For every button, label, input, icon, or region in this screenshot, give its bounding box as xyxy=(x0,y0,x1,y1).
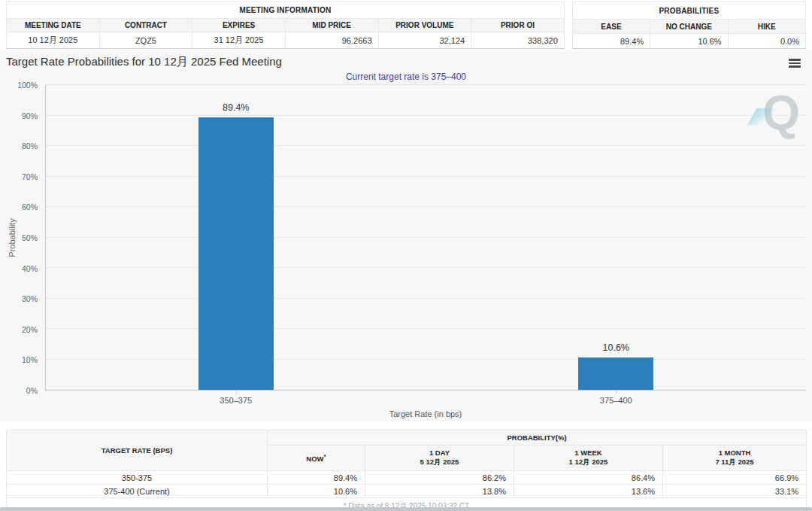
meeting-date-value: 10 12月 2025 xyxy=(7,32,100,49)
probability-history-table: TARGET RATE (BPS) PROBABILITY(%) NOW* 1 … xyxy=(6,430,807,511)
meeting-information-table: MEETING INFORMATION MEETING DATE CONTRAC… xyxy=(6,2,565,49)
y-tick-label: 40% xyxy=(22,264,38,273)
day-value: 86.2% xyxy=(365,471,514,485)
gridline xyxy=(46,328,806,329)
week-value: 86.4% xyxy=(514,471,663,485)
now-asterisk: * xyxy=(324,453,326,460)
bar-375-400[interactable] xyxy=(578,357,653,390)
gridline xyxy=(46,298,806,299)
prior-volume-value: 32,124 xyxy=(378,32,471,49)
x-tick-mark xyxy=(616,390,617,394)
table-row-350-375: 350-375 89.4% 86.2% 86.4% 66.9% xyxy=(7,471,807,485)
y-tick-label: 90% xyxy=(22,111,38,120)
hamburger-menu-icon[interactable] xyxy=(789,59,801,69)
col-prior-volume: PRIOR VOLUME xyxy=(378,19,471,32)
col-target-rate-bps: TARGET RATE (BPS) xyxy=(7,430,268,471)
month-value: 33.1% xyxy=(663,485,807,498)
gridline xyxy=(46,176,806,177)
col-probability-group: PROBABILITY(%) xyxy=(268,430,807,446)
col-1-week: 1 WEEK 1 12月 2025 xyxy=(514,446,663,471)
x-tick-mark xyxy=(236,390,237,394)
meeting-information-title: MEETING INFORMATION xyxy=(7,2,565,19)
col-mid-price: MID PRICE xyxy=(285,19,378,32)
gridline xyxy=(46,359,806,360)
bar-350-375[interactable] xyxy=(198,117,274,390)
table-row-375-400: 375-400 (Current) 10.6% 13.8% 13.6% 33.1… xyxy=(7,485,807,498)
bar-value-label: 10.6% xyxy=(603,342,629,353)
col-contract: CONTRACT xyxy=(99,19,192,32)
no-change-value: 10.6% xyxy=(650,34,728,49)
top-info-section: MEETING INFORMATION MEETING DATE CONTRAC… xyxy=(0,0,812,49)
x-category-label: 350–375 xyxy=(220,396,252,405)
rate-label: 350-375 xyxy=(7,471,268,485)
gridline xyxy=(46,206,806,207)
hike-value: 0.0% xyxy=(728,34,805,49)
x-category-label: 375–400 xyxy=(600,396,632,405)
ease-value: 89.4% xyxy=(572,34,650,49)
col-hike: HIKE xyxy=(728,20,805,34)
col-expires: EXPIRES xyxy=(192,19,286,32)
probabilities-summary-table: PROBABILITIES EASE NO CHANGE HIKE 89.4% … xyxy=(572,2,806,49)
plot-area: 89.4%350–37510.6%375–400 xyxy=(45,85,806,391)
y-tick-label: 70% xyxy=(22,172,38,181)
bar-value-label: 89.4% xyxy=(223,102,249,113)
month-value: 66.9% xyxy=(663,471,807,485)
bottom-scroll-bar[interactable] xyxy=(0,507,812,511)
y-axis-labels: 0%10%20%30%40%50%60%70%80%90%100% xyxy=(0,85,42,391)
gridline xyxy=(46,84,806,85)
week-value: 13.6% xyxy=(514,485,663,498)
contract-value: ZQZ5 xyxy=(99,32,192,49)
y-tick-label: 80% xyxy=(22,141,38,151)
now-value: 89.4% xyxy=(268,471,365,485)
col-now: NOW* xyxy=(268,446,365,471)
y-tick-label: 10% xyxy=(22,355,38,364)
col-no-change: NO CHANGE xyxy=(650,20,728,34)
gridline xyxy=(46,237,806,238)
x-axis-title: Target Rate (in bps) xyxy=(45,409,806,418)
y-tick-label: 100% xyxy=(17,81,38,90)
col-1-day: 1 DAY 5 12月 2025 xyxy=(365,446,514,471)
day-value: 13.8% xyxy=(365,485,514,498)
now-value: 10.6% xyxy=(268,485,365,498)
prior-oi-value: 338,320 xyxy=(471,32,565,49)
chart-title: Target Rate Probabilities for 10 12月 202… xyxy=(6,55,282,69)
chart-subtitle: Current target rate is 375–400 xyxy=(0,71,812,82)
probability-history-section: TARGET RATE (BPS) PROBABILITY(%) NOW* 1 … xyxy=(6,430,806,511)
col-meeting-date: MEETING DATE xyxy=(7,19,100,32)
gridline xyxy=(46,145,806,146)
gridline xyxy=(46,115,806,116)
rate-label: 375-400 (Current) xyxy=(7,485,268,498)
target-rate-chart: Target Rate Probabilities for 10 12月 202… xyxy=(0,50,812,421)
y-tick-label: 50% xyxy=(22,233,38,242)
y-tick-label: 0% xyxy=(26,386,38,395)
gridline xyxy=(46,267,806,268)
col-ease: EASE xyxy=(572,20,650,34)
y-tick-label: 20% xyxy=(22,325,38,334)
expires-value: 31 12月 2025 xyxy=(192,32,286,49)
col-prior-oi: PRIOR OI xyxy=(471,19,565,32)
y-tick-label: 30% xyxy=(22,294,38,303)
y-tick-label: 60% xyxy=(22,202,38,211)
col-1-month: 1 MONTH 7 11月 2025 xyxy=(663,446,807,471)
mid-price-value: 96.2663 xyxy=(285,32,378,49)
probabilities-title: PROBABILITIES xyxy=(572,2,805,20)
